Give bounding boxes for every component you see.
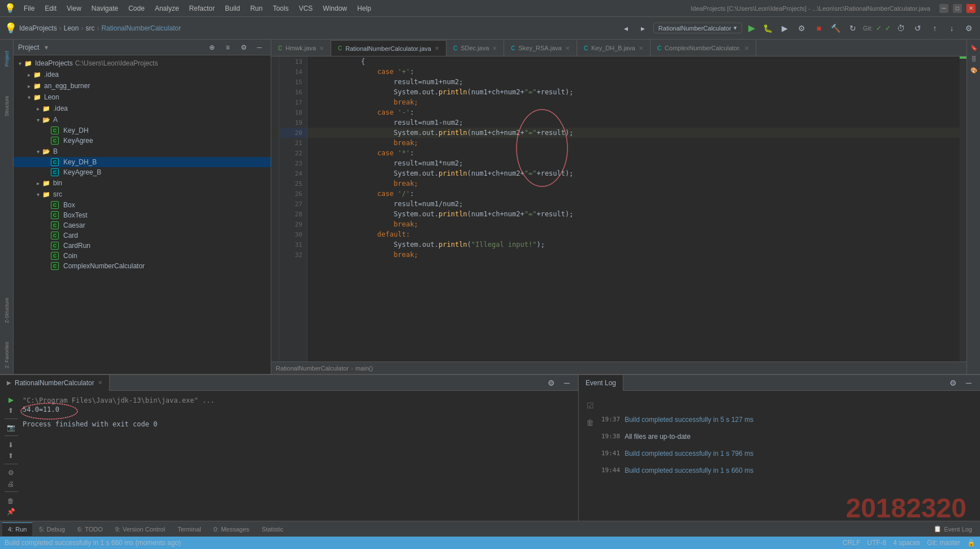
status-crlf[interactable]: CRLF (843, 539, 860, 547)
tree-keyagree-b[interactable]: C KeyAgree_B (14, 167, 271, 177)
bookmark-icon[interactable]: 🔖 (968, 42, 979, 53)
art-icon[interactable]: 🎨 (968, 64, 979, 76)
breadcrumb-file[interactable]: RationalNumberCalculator (101, 24, 181, 32)
event-link-4[interactable]: Build completed successfully in 1 s 660 … (625, 467, 753, 474)
code-content[interactable]: { case '+': result=num1+num2; System.out… (307, 56, 960, 361)
tree-key-dh[interactable]: C Key_DH (14, 125, 271, 136)
event-link-3[interactable]: Build completed successfully in 1 s 796 … (625, 450, 753, 457)
status-charset[interactable]: UTF-8 (867, 539, 886, 547)
sync-button[interactable]: ↻ (846, 21, 860, 35)
database-icon[interactable]: 🗄 (968, 53, 979, 64)
bottom-tab-terminal[interactable]: Terminal (172, 522, 207, 536)
tree-idea[interactable]: ▸ 📁 .idea (14, 69, 271, 80)
maximize-button[interactable]: □ (953, 4, 962, 13)
bottom-tab-statistic[interactable]: Statistic (256, 522, 289, 536)
favorites-icon[interactable]: 2: Favorites (1, 338, 12, 372)
window-controls[interactable]: ─ □ ✕ (939, 4, 975, 13)
menu-run[interactable]: Run (246, 3, 267, 14)
breadcrumb-root[interactable]: IdeaProjects (19, 24, 57, 32)
new-file-icon[interactable]: ⊕ (205, 41, 219, 54)
profile-button[interactable]: ⚙ (795, 21, 809, 35)
tab-hmwk[interactable]: C Hmwk.java ✕ (271, 40, 331, 56)
menu-file[interactable]: File (19, 3, 39, 14)
run-filter-button[interactable]: ⬆ (5, 451, 17, 460)
git-history-button[interactable]: ⏱ (894, 21, 908, 35)
event-log-minimize-icon[interactable]: ─ (962, 376, 975, 390)
stop-button[interactable]: ■ (812, 21, 826, 35)
tree-complex[interactable]: C ComplexNumberCalculator (14, 261, 271, 271)
tab-complex[interactable]: C ComplexNumberCalculator. ✕ (651, 40, 756, 56)
tree-root[interactable]: ▾ 📁 IdeaProjects C:\Users\Leon\IdeaProje… (14, 58, 271, 69)
settings-icon[interactable]: ⚙ (237, 41, 250, 54)
bottom-tab-vc[interactable]: 9: Version Control (110, 522, 171, 536)
breadcrumb-src[interactable]: src (85, 24, 94, 32)
tab-sdec-close[interactable]: ✕ (492, 45, 497, 51)
event-log-tab[interactable]: Event Log (579, 375, 623, 391)
event-checkbox-0[interactable]: ☑ (583, 399, 597, 412)
event-link-1[interactable]: Build completed successfully in 5 s 127 … (625, 416, 753, 424)
event-log-settings-icon[interactable]: ⚙ (946, 376, 960, 390)
tab-rational-close[interactable]: ✕ (435, 45, 439, 51)
settings-button[interactable]: ⚙ (962, 21, 975, 35)
status-indent[interactable]: 4 spaces (893, 539, 920, 547)
bottom-tab-todo[interactable]: 6: TODO (72, 522, 109, 536)
collapse-all-icon[interactable]: ≡ (221, 41, 235, 54)
close-button[interactable]: ✕ (966, 4, 975, 13)
project-dropdown-icon[interactable]: ▾ (45, 43, 48, 51)
tree-leon-idea[interactable]: ▸ 📁 .idea (14, 103, 271, 114)
tree-a[interactable]: ▾ 📂 A (14, 114, 271, 125)
run-settings-icon[interactable]: ⚙ (544, 376, 558, 390)
run-minimize-icon[interactable]: ─ (560, 376, 574, 390)
menu-window[interactable]: Window (318, 3, 352, 14)
menu-view[interactable]: View (62, 3, 86, 14)
run-config-selector[interactable]: RationalNumberCalculator ▾ (653, 23, 742, 33)
build-button[interactable]: 🔨 (829, 21, 843, 35)
tab-hmwk-close[interactable]: ✕ (319, 45, 324, 51)
menu-edit[interactable]: Edit (40, 3, 61, 14)
tree-leon[interactable]: ▾ 📁 Leon (14, 91, 271, 103)
menu-navigate[interactable]: Navigate (87, 3, 123, 14)
menu-code[interactable]: Code (124, 3, 149, 14)
git-rollback-button[interactable]: ↺ (911, 21, 925, 35)
tree-cardrun[interactable]: C CardRun (14, 241, 271, 251)
tree-bin[interactable]: ▸ 📁 bin (14, 177, 271, 189)
run-print-button[interactable]: 🖨 (5, 480, 17, 488)
menu-vcs[interactable]: VCS (294, 3, 318, 14)
close-panel-icon[interactable]: ─ (253, 41, 266, 54)
run-settings2-button[interactable]: ⚙ (5, 469, 17, 477)
tree-box[interactable]: C Box (14, 200, 271, 210)
tree-coin[interactable]: C Coin (14, 251, 271, 261)
breadcrumb-leon[interactable]: Leon (64, 24, 79, 32)
project-sidebar-icon[interactable]: Project (1, 42, 12, 76)
menu-refactor[interactable]: Refactor (185, 3, 219, 14)
bottom-tab-debug[interactable]: 5: Debug (33, 522, 71, 536)
tree-key-dh-b[interactable]: C Key_DH_B (14, 157, 271, 167)
run-snapshot-button[interactable]: 📷 (5, 424, 17, 432)
menu-analyze[interactable]: Analyze (150, 3, 184, 14)
run-button[interactable]: ▶ (745, 22, 758, 34)
tab-skey[interactable]: C Skey_RSA.java ✕ (504, 40, 577, 56)
bottom-tab-messages[interactable]: 0: Messages (208, 522, 255, 536)
run-stop-button[interactable]: ⬆ (5, 406, 17, 415)
run-pin-button[interactable]: 📌 (5, 508, 17, 516)
debug-button[interactable]: 🐛 (761, 21, 775, 35)
run-scroll-button[interactable]: ⬇ (5, 441, 17, 449)
run-tab[interactable]: ▶ RationalNumberCalculator ✕ (0, 375, 110, 391)
bottom-tab-run[interactable]: 4: Run (2, 522, 32, 536)
menu-help[interactable]: Help (353, 3, 376, 14)
tree-boxtest[interactable]: C BoxTest (14, 210, 271, 220)
tree-card[interactable]: C Card (14, 230, 271, 241)
tab-skey-close[interactable]: ✕ (565, 45, 570, 51)
tree-egg[interactable]: ▸ 📁 an_egg_burner (14, 80, 271, 91)
menu-build[interactable]: Build (220, 3, 245, 14)
forward-button[interactable]: ▸ (636, 21, 650, 35)
coverage-button[interactable]: ▶ (778, 21, 792, 35)
tree-caesar[interactable]: C Caesar (14, 220, 271, 230)
bottom-tab-eventlog[interactable]: 📋 Event Log (928, 522, 978, 536)
tab-sdec[interactable]: C SDec.java ✕ (446, 40, 504, 56)
tree-src[interactable]: ▾ 📁 src (14, 189, 271, 200)
tab-rational[interactable]: C RationalNumberCalculator.java ✕ (331, 40, 446, 56)
run-trash-button[interactable]: 🗑 (5, 496, 17, 505)
status-git[interactable]: Git: master (927, 539, 960, 547)
git-push-button[interactable]: ↑ (928, 21, 942, 35)
